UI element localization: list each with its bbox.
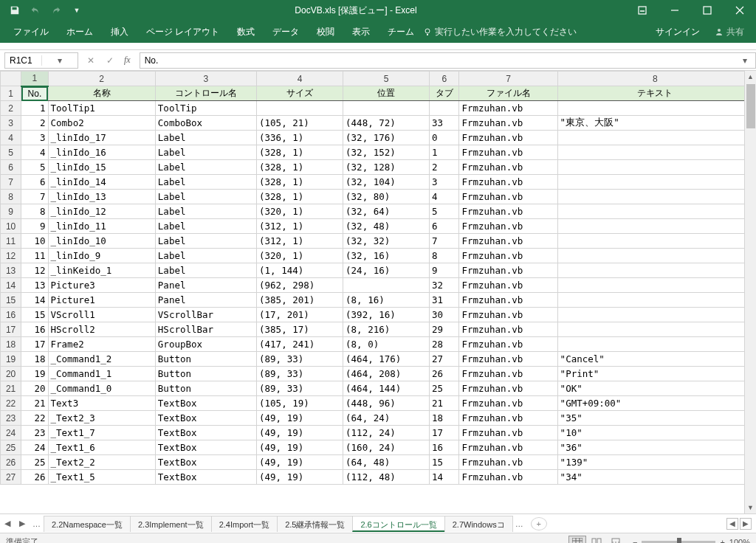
cell[interactable]: Panel: [155, 278, 256, 293]
cell[interactable]: 9: [21, 219, 48, 234]
cell[interactable]: (32, 32): [343, 234, 430, 249]
cell[interactable]: 12: [21, 263, 48, 278]
cell[interactable]: [557, 160, 752, 175]
cell[interactable]: 33: [430, 116, 459, 131]
cell[interactable]: _Command1_2: [48, 352, 155, 367]
row-header[interactable]: 12: [1, 249, 21, 263]
cell[interactable]: ファイル名: [459, 86, 557, 101]
cell[interactable]: [557, 337, 752, 352]
cell[interactable]: (89, 33): [257, 381, 343, 396]
save-icon[interactable]: [6, 2, 24, 18]
cell[interactable]: (328, 1): [257, 190, 343, 204]
cell[interactable]: Frmzuhan.vb: [459, 440, 557, 455]
cell[interactable]: TextBox: [155, 440, 256, 455]
cell[interactable]: 11: [21, 249, 48, 263]
cell[interactable]: [257, 101, 343, 116]
row-header[interactable]: 14: [1, 278, 21, 293]
zoom-slider[interactable]: [642, 541, 715, 544]
cell[interactable]: 26: [430, 367, 459, 381]
cell[interactable]: _linKeido_1: [48, 263, 155, 278]
cell[interactable]: "GMT+09:00": [557, 396, 752, 411]
cell[interactable]: (385, 17): [257, 322, 343, 337]
cell[interactable]: Label: [155, 160, 256, 175]
cell[interactable]: 3: [21, 131, 48, 145]
worksheet-tab[interactable]: 2.5継承情報一覧: [277, 516, 353, 532]
cell[interactable]: (49, 19): [257, 411, 343, 426]
cell[interactable]: Label: [155, 131, 256, 145]
cell[interactable]: 4: [21, 145, 48, 160]
cell[interactable]: 10: [21, 234, 48, 249]
cell[interactable]: Frmzuhan.vb: [459, 101, 557, 116]
cell[interactable]: 1: [21, 101, 48, 116]
cell[interactable]: _Text2_2: [48, 455, 155, 470]
cell[interactable]: Label: [155, 249, 256, 263]
cell[interactable]: 28: [430, 337, 459, 352]
cell[interactable]: 32: [430, 278, 459, 293]
cell[interactable]: (32, 80): [343, 190, 430, 204]
column-headers[interactable]: 1 2 3 4 5 6 7 8: [1, 72, 753, 86]
cell[interactable]: 9: [430, 263, 459, 278]
cell[interactable]: _Text1_7: [48, 426, 155, 440]
name-box[interactable]: R1C1 ▾: [4, 52, 78, 69]
cell[interactable]: 14: [21, 293, 48, 308]
col-header[interactable]: 8: [557, 72, 752, 86]
cell[interactable]: 19: [21, 367, 48, 381]
cell[interactable]: (320, 1): [257, 249, 343, 263]
cell[interactable]: "35": [557, 411, 752, 426]
row-header[interactable]: 18: [1, 337, 21, 352]
cell[interactable]: Frmzuhan.vb: [459, 145, 557, 160]
cell[interactable]: 29: [430, 322, 459, 337]
col-header[interactable]: 2: [48, 72, 155, 86]
fx-icon[interactable]: fx: [121, 55, 134, 66]
cell[interactable]: Picture3: [48, 278, 155, 293]
cell[interactable]: 6: [21, 175, 48, 190]
cell[interactable]: コントロール名: [155, 86, 256, 101]
cell[interactable]: (417, 241): [257, 337, 343, 352]
zoom-out-icon[interactable]: −: [633, 538, 637, 544]
cell[interactable]: (1, 144): [257, 263, 343, 278]
cell[interactable]: VScrollBar: [155, 308, 256, 322]
cell[interactable]: (328, 1): [257, 145, 343, 160]
cell[interactable]: Frmzuhan.vb: [459, 381, 557, 396]
row-header[interactable]: 4: [1, 131, 21, 145]
cell[interactable]: (89, 33): [257, 352, 343, 367]
cell[interactable]: (32, 152): [343, 145, 430, 160]
cell[interactable]: Frmzuhan.vb: [459, 204, 557, 219]
cell[interactable]: _linIdo_14: [48, 175, 155, 190]
tab-overflow-icon[interactable]: …: [30, 519, 44, 528]
cell[interactable]: (448, 72): [343, 116, 430, 131]
row-header[interactable]: 19: [1, 352, 21, 367]
enter-formula-icon[interactable]: ✓: [102, 53, 118, 68]
cell[interactable]: 7: [21, 190, 48, 204]
row-header[interactable]: 20: [1, 367, 21, 381]
row-header[interactable]: 23: [1, 411, 21, 426]
cell[interactable]: (32, 128): [343, 160, 430, 175]
cell[interactable]: (8, 0): [343, 337, 430, 352]
cell[interactable]: [343, 101, 430, 116]
scroll-up-icon[interactable]: ▲: [745, 71, 756, 83]
cell[interactable]: Frmzuhan.vb: [459, 263, 557, 278]
cell[interactable]: ComboBox: [155, 116, 256, 131]
cell[interactable]: Label: [155, 234, 256, 249]
cell[interactable]: Frmzuhan.vb: [459, 455, 557, 470]
cell[interactable]: (49, 19): [257, 455, 343, 470]
cell[interactable]: Button: [155, 381, 256, 396]
cell[interactable]: 16: [21, 322, 48, 337]
row-header[interactable]: 24: [1, 426, 21, 440]
tell-me-search[interactable]: 実行したい作業を入力してください: [423, 26, 577, 38]
cell[interactable]: (32, 104): [343, 175, 430, 190]
cell[interactable]: 21: [21, 396, 48, 411]
row-header[interactable]: 11: [1, 234, 21, 249]
cell[interactable]: Frmzuhan.vb: [459, 470, 557, 485]
cell[interactable]: 13: [21, 278, 48, 293]
row-header[interactable]: 27: [1, 470, 21, 485]
cell[interactable]: Picture1: [48, 293, 155, 308]
cell[interactable]: (312, 1): [257, 219, 343, 234]
cell[interactable]: (32, 48): [343, 219, 430, 234]
cell[interactable]: Frmzuhan.vb: [459, 426, 557, 440]
cell[interactable]: Frmzuhan.vb: [459, 190, 557, 204]
cell[interactable]: (32, 16): [343, 249, 430, 263]
cell[interactable]: "東京、大阪": [557, 116, 752, 131]
vertical-scrollbar[interactable]: ▲ ▼: [744, 71, 756, 513]
hscroll-right-icon[interactable]: ▶: [740, 518, 752, 530]
